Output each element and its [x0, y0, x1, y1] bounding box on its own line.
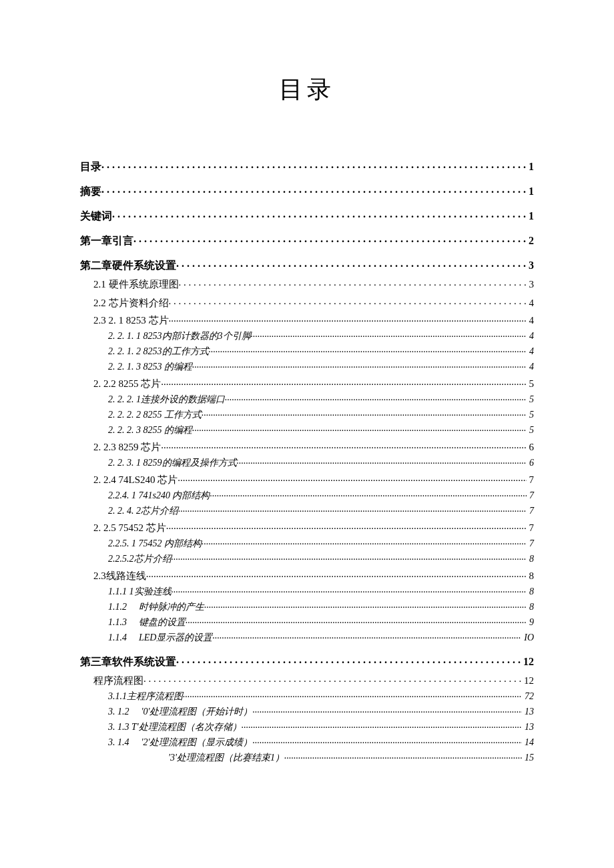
toc-label: 第二章硬件系统设置 [80, 260, 176, 271]
toc-leader-dots [253, 736, 523, 745]
toc-leader-dots [225, 393, 527, 402]
toc-text: '0'处理流程图（开始计时） [141, 707, 253, 717]
toc-number: 1.1.2 [108, 602, 127, 612]
toc-entry: 2.3线路连线8 [80, 569, 534, 581]
toc-page-number: 9 [527, 618, 534, 627]
toc-page-number: 8 [527, 587, 534, 596]
toc-entry: 摘要1 [80, 184, 534, 197]
toc-list: 目录1摘要1关键词1第一章引言2第二章硬件系统设置32.1 硬件系统原理图32.… [80, 159, 534, 763]
toc-page-number: 4 [527, 347, 534, 356]
toc-label: 第一章引言 [80, 236, 133, 246]
toc-label: 第三章软件系统设置 [80, 657, 176, 667]
toc-leader-dots [101, 159, 526, 170]
toc-leader-dots [210, 489, 527, 498]
toc-entry: 2.2.4. 1 741s240 内部结构7 [80, 489, 534, 500]
toc-entry: 3. 1.2'0'处理流程图（开始计时）13 [80, 705, 534, 717]
toc-entry: 1.1.2时钟脉冲的产生8 [80, 600, 534, 612]
toc-entry: 第三章软件系统设置12 [80, 655, 534, 667]
toc-label: 2. 2.4 74LS240 芯片 [93, 475, 178, 485]
toc-page-number: 8 [527, 602, 534, 612]
toc-leader-dots [161, 440, 526, 450]
toc-entry: '3'处理流程图（比赛结束1）15 [80, 751, 534, 763]
toc-label: 2.1 硬件系统原理图 [93, 280, 179, 290]
toc-leader-dots [202, 408, 527, 418]
toc-label: 2. 2. 1. 2 8253的工作方式 [108, 347, 209, 356]
toc-number: 1.1.4 [108, 632, 127, 642]
toc-leader-dots [143, 674, 521, 684]
toc-leader-dots [192, 424, 527, 433]
toc-label: '3'处理流程图（比赛结束1） [108, 753, 284, 763]
toc-label: 2.2 芯片资料介绍 [93, 298, 169, 308]
toc-entry: 2. 2.2 8255 芯片5 [80, 377, 534, 389]
toc-entry: 1.1.4LED显示器的设置IO [80, 631, 534, 642]
toc-entry: 2. 2. 4. 2芯片介绍7 [80, 504, 534, 516]
toc-label: 2.2.5. 1 75452 内部结构 [108, 539, 202, 548]
toc-label: 2.2.5.2芯片介绍 [108, 554, 172, 564]
toc-page-number: 7 [527, 491, 534, 500]
toc-leader-dots [212, 631, 521, 640]
toc-label: 2. 2.3 8259 芯片 [93, 442, 161, 452]
toc-page-number: 6 [527, 458, 534, 468]
toc-leader-dots [253, 705, 523, 715]
toc-page-number: 4 [527, 298, 535, 308]
toc-page-number: 4 [527, 332, 534, 341]
toc-page-number: 7 [527, 475, 535, 485]
toc-page-number: 13 [522, 723, 534, 732]
toc-page-number: 3 [526, 260, 534, 271]
toc-page-number: 7 [527, 539, 534, 548]
toc-entry: 关键词1 [80, 209, 534, 222]
toc-entry: 2.2 芯片资料介绍4 [80, 296, 534, 308]
toc-page-number: 8 [527, 571, 535, 581]
toc-label: 2.3 2. 1 8253 芯片 [93, 316, 169, 326]
toc-page-number: 6 [527, 442, 535, 452]
toc-label: 1.1.4LED显示器的设置 [108, 633, 212, 642]
toc-leader-dots [192, 360, 527, 370]
toc-entry: 2.1 硬件系统原理图3 [80, 278, 534, 290]
toc-entry: 2.3 2. 1 8253 芯片4 [80, 314, 534, 326]
toc-leader-dots [284, 751, 522, 761]
toc-label: 1.1.3键盘的设置 [108, 618, 186, 627]
toc-leader-dots [251, 330, 527, 339]
toc-leader-dots [202, 537, 527, 546]
toc-page-number: 14 [522, 738, 534, 747]
toc-entry: 目录1 [80, 159, 534, 172]
toc-text: '2'处理流程图（显示成绩） [141, 737, 253, 747]
toc-entry: 2. 2. 2. 3 8255 的编程5 [80, 424, 534, 435]
toc-page-number: 2 [526, 236, 534, 246]
toc-page-number: 15 [522, 753, 534, 763]
toc-page-number: 5 [527, 410, 534, 420]
toc-leader-dots [237, 456, 527, 466]
toc-leader-dots [172, 585, 527, 594]
toc-leader-dots [133, 234, 526, 244]
toc-number: 3. 1.2 [108, 707, 129, 717]
toc-entry: 2. 2. 2. 2 8255 工作方式5 [80, 408, 534, 420]
toc-leader-dots [186, 616, 527, 625]
document-page: 目录 目录1摘要1关键词1第一章引言2第二章硬件系统设置32.1 硬件系统原理图… [0, 0, 614, 868]
toc-page-number: 12 [521, 657, 534, 667]
toc-leader-dots [183, 690, 522, 699]
doc-title: 目录 [80, 73, 534, 106]
toc-number: 1.1.3 [108, 617, 127, 627]
toc-text: 键盘的设置 [139, 617, 186, 627]
toc-label: 2. 2. 1. 1 8253内部计数器的3个引脚 [108, 332, 251, 341]
toc-leader-dots [178, 504, 527, 514]
toc-entry: 程序流程图12 [80, 674, 534, 686]
toc-page-number: 72 [522, 692, 534, 701]
toc-entry: 1.1.3键盘的设置9 [80, 616, 534, 627]
toc-label: 2. 2. 2. 3 8255 的编程 [108, 426, 192, 435]
toc-entry: 2. 2. 1. 1 8253内部计数器的3个引脚4 [80, 330, 534, 341]
toc-entry: 第一章引言2 [80, 234, 534, 246]
toc-text: 时钟脉冲的产生 [139, 602, 204, 612]
toc-entry: 2.2.5.2芯片介绍8 [80, 552, 534, 564]
toc-leader-dots [176, 655, 521, 665]
toc-page-number: 7 [527, 506, 534, 516]
toc-entry: 2. 2. 2. 1连接外设的数据端口5 [80, 393, 534, 404]
toc-label: 2.2.4. 1 741s240 内部结构 [108, 491, 210, 500]
toc-entry: 2. 2. 3. 1 8259的编程及操作方式6 [80, 456, 534, 468]
toc-leader-dots [178, 473, 526, 483]
toc-leader-dots [176, 258, 526, 269]
toc-label: 关键词 [80, 211, 112, 222]
toc-leader-dots [179, 278, 527, 288]
toc-label: 程序流程图 [93, 676, 143, 686]
toc-label: 目录 [80, 161, 101, 172]
